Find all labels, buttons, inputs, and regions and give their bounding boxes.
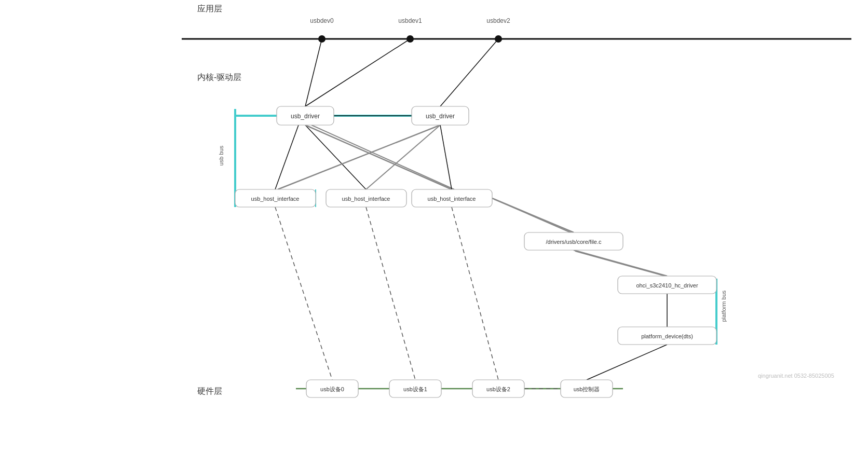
diagram-container: usb_driver usb_driver usb_host_interface… (0, 0, 868, 453)
line-host3-filec2 (494, 199, 575, 235)
usbdev1-label: usbdev1 (398, 17, 422, 24)
usb-ctrl-label: usb控制器 (574, 386, 600, 392)
platform-bus-rotated-label: platform bus (721, 290, 727, 322)
filec-label: /drivers/usb/core/file.c (546, 239, 602, 245)
dashed-host2-dev1 (366, 207, 415, 380)
usb-driver1-label: usb_driver (291, 113, 320, 120)
dashed-host3-dev2 (452, 207, 498, 380)
hw-layer-label: 硬件层 (197, 387, 222, 395)
watermark-text: qingruanit.net 0532-85025005 (758, 373, 834, 379)
line-dev0-drv1 (305, 39, 322, 106)
platform-device-label: platform_device(dts) (641, 333, 693, 339)
usb-dev1-label: usb设备1 (403, 386, 427, 392)
line-filec-ohci2 (575, 251, 669, 277)
line-dev2-drv2 (440, 39, 498, 106)
line-drv2-host3 (440, 125, 452, 189)
line-filec-ohci (574, 250, 667, 276)
usbdev2-label: usbdev2 (486, 17, 510, 24)
line-drv1-host2 (305, 125, 366, 189)
usb-bus-rotated-label: usb bus (218, 145, 224, 166)
line-dev1-drv1 (305, 39, 410, 106)
line-drv2-host1-gray (278, 125, 440, 189)
usbdev0-label: usbdev0 (310, 17, 334, 24)
line-drv1-host3-gray2 (311, 125, 454, 189)
app-layer-label: 应用层 (197, 4, 222, 13)
ohci-label: ohci_s3c2410_hc_driver (636, 282, 698, 289)
line-platdev-ctrl (587, 345, 667, 380)
usb-host2-label: usb_host_interface (342, 196, 390, 202)
usb-dev2-label: usb设备2 (486, 386, 510, 392)
dashed-host1-dev0 (275, 207, 332, 380)
usb-host1-label: usb_host_interface (251, 196, 300, 202)
usb-dev0-label: usb设备0 (320, 386, 344, 392)
line-drv1-host1 (275, 125, 299, 189)
main-svg: usb_driver usb_driver usb_host_interface… (0, 0, 868, 453)
usb-driver2-label: usb_driver (426, 113, 455, 120)
kernel-layer-label: 内核-驱动层 (197, 73, 241, 81)
usb-host3-label: usb_host_interface (428, 196, 476, 202)
